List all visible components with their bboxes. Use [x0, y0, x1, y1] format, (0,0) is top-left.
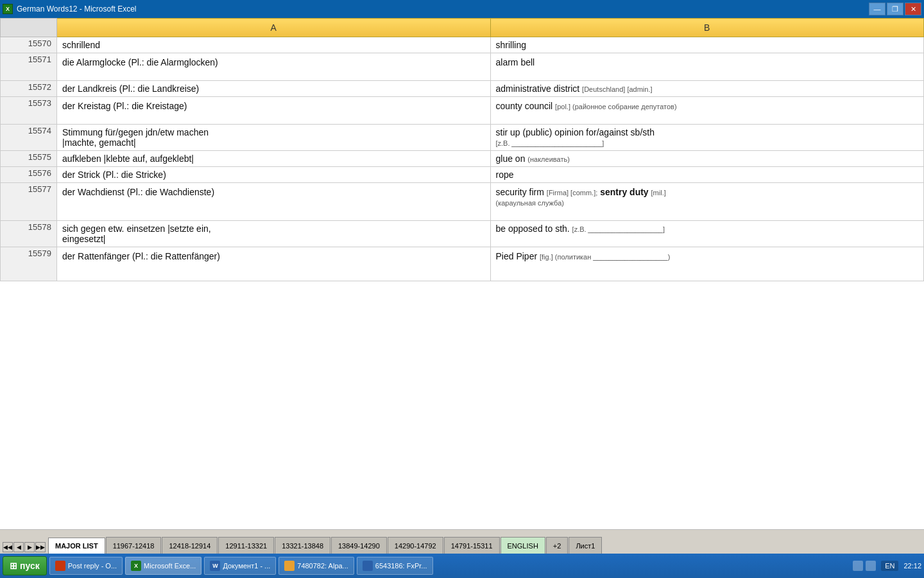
excel-icon: X [131, 561, 141, 571]
item-icon [284, 561, 295, 571]
cell-a[interactable]: der Kreistag (Pl.: die Kreistage) [57, 97, 491, 125]
tab-last-button[interactable]: ▶▶ [35, 542, 46, 552]
taskbar-item-7480[interactable]: 7480782: Alpa... [278, 557, 354, 575]
spreadsheet-area: A B 15570 schrillend shrilling 15571 die… [0, 18, 924, 529]
row-num-header [1, 19, 57, 37]
col-b-header[interactable]: B [490, 19, 924, 37]
sheet-tab-14290[interactable]: 14290-14792 [388, 537, 443, 554]
cell-a[interactable]: der Rattenfänger (Pl.: die Rattenfänger) [57, 247, 491, 281]
table-row: 15579 der Rattenfänger (Pl.: die Rattenf… [1, 247, 924, 281]
tab-next-button[interactable]: ▶ [24, 542, 35, 552]
clock: 22:12 [903, 562, 921, 570]
cell-a[interactable]: die Alarmglocke (Pl.: die Alarmglocken) [57, 53, 491, 81]
sheet-tab-12911[interactable]: 12911-13321 [218, 537, 274, 554]
cell-b[interactable]: county council [pol.] (районное собрание… [490, 97, 924, 125]
small-annotation: [z.В. ___________________] [572, 225, 665, 233]
col-a-header[interactable]: A [57, 19, 491, 37]
bold-text: sentry duty [600, 187, 648, 197]
taskbar-item-label: Документ1 - ... [223, 562, 270, 570]
table-row: 15578 sich gegen etw. einsetzen |setzte … [1, 221, 924, 247]
tab-prev-button[interactable]: ◀ [13, 542, 24, 552]
row-number: 15578 [1, 221, 57, 247]
cell-b[interactable]: be opposed to sth. [z.В. _______________… [490, 221, 924, 247]
cell-b[interactable]: glue on (наклеивать) [490, 151, 924, 167]
systray-icons [853, 561, 876, 571]
word-icon: W [210, 561, 220, 571]
sheet-tab-plus2[interactable]: +2 [546, 537, 569, 554]
taskbar-right: EN 22:12 [853, 561, 921, 571]
spreadsheet-table: A B 15570 schrillend shrilling 15571 die… [0, 18, 924, 281]
window-title: German Words12 - Microsoft Excel [17, 4, 137, 13]
taskbar: ⊞ пуск Post reply - O... X Microsoft Exc… [0, 554, 924, 578]
close-button[interactable]: ✕ [905, 3, 921, 15]
sheet-tab-12418[interactable]: 12418-12914 [162, 537, 218, 554]
restore-button[interactable]: ❐ [887, 3, 903, 15]
cell-a[interactable]: der Wachdienst (Pl.: die Wachdienste) [57, 183, 491, 221]
sheet-tab-major-list[interactable]: MAJOR LIST [48, 538, 105, 554]
window-controls: — ❐ ✕ [869, 3, 921, 15]
cell-b[interactable]: shrilling [490, 37, 924, 53]
systray-icon-2 [866, 561, 876, 571]
table-row: 15577 der Wachdienst (Pl.: die Wachdiens… [1, 183, 924, 221]
cell-a[interactable]: der Strick (Pl.: die Stricke) [57, 167, 491, 183]
taskbar-item-label: Microsoft Exce... [144, 562, 196, 570]
row-number: 15574 [1, 125, 57, 151]
row-number: 15570 [1, 37, 57, 53]
windows-logo: ⊞ [10, 561, 17, 571]
taskbar-item-label: 7480782: Alpa... [297, 562, 348, 570]
small-annotation: [Firma] [comm.]; [547, 189, 597, 197]
sheet-tab-14791[interactable]: 14791-15311 [444, 537, 500, 554]
small-annotation: [Deutschland] [admin.] [582, 85, 652, 93]
cell-a[interactable]: aufkleben |klebte auf, aufgeklebt| [57, 151, 491, 167]
table-row: 15570 schrillend shrilling [1, 37, 924, 53]
cell-a[interactable]: sich gegen etw. einsetzen |setzte ein,ei… [57, 221, 491, 247]
row-number: 15573 [1, 97, 57, 125]
cell-a[interactable]: der Landkreis (Pl.: die Landkreise) [57, 81, 491, 97]
taskbar-item-label: Post reply - O... [68, 562, 117, 570]
table-row: 15572 der Landkreis (Pl.: die Landkreise… [1, 81, 924, 97]
row-number: 15579 [1, 247, 57, 281]
row-number: 15571 [1, 53, 57, 81]
sheet-tab-english[interactable]: ENGLISH [501, 537, 545, 554]
item-icon [363, 561, 373, 571]
cell-b[interactable]: administrative district [Deutschland] [a… [490, 81, 924, 97]
cell-b[interactable]: alarm bell [490, 53, 924, 81]
row-number: 15575 [1, 151, 57, 167]
cell-a[interactable]: schrillend [57, 37, 491, 53]
taskbar-item-6543[interactable]: 6543186: FxPr... [357, 557, 433, 575]
cell-b[interactable]: Pied Piper [fig.] (политикан ___________… [490, 247, 924, 281]
small-annotation: [fig.] (политикан ___________________) [540, 253, 670, 261]
systray-icon-1 [853, 561, 863, 571]
sheet-tab-11967[interactable]: 11967-12418 [106, 537, 162, 554]
row-number: 15577 [1, 183, 57, 221]
app-icon: X [3, 4, 13, 14]
post-reply-icon [55, 561, 65, 571]
start-button[interactable]: ⊞ пуск [3, 556, 47, 575]
language-indicator[interactable]: EN [881, 561, 898, 571]
taskbar-item-label: 6543186: FxPr... [375, 562, 427, 570]
sheet-tab-list1[interactable]: Лист1 [569, 537, 602, 554]
small-annotation: [z.В. _______________________] [496, 139, 604, 147]
row-number: 15572 [1, 81, 57, 97]
cell-b[interactable]: security firm [Firma] [comm.]; sentry du… [490, 183, 924, 221]
small-annotation-2: (караульная служба) [496, 199, 564, 207]
table-row: 15576 der Strick (Pl.: die Stricke) rope [1, 167, 924, 183]
taskbar-item-excel[interactable]: X Microsoft Exce... [125, 557, 201, 575]
sheet-tabs-bar: ◀◀ ◀ ▶ ▶▶ MAJOR LIST 11967-12418 12418-1… [0, 529, 924, 554]
table-row: 15573 der Kreistag (Pl.: die Kreistage) … [1, 97, 924, 125]
taskbar-item-word[interactable]: W Документ1 - ... [204, 557, 276, 575]
cell-b[interactable]: stir up (public) opinion for/against sb/… [490, 125, 924, 151]
minimize-button[interactable]: — [869, 3, 886, 15]
tab-first-button[interactable]: ◀◀ [3, 542, 13, 552]
cell-a[interactable]: Stimmung für/gegen jdn/etw machen|machte… [57, 125, 491, 151]
cell-b[interactable]: rope [490, 167, 924, 183]
table-row: 15571 die Alarmglocke (Pl.: die Alarmglo… [1, 53, 924, 81]
start-label: пуск [20, 561, 40, 571]
small-annotation: [pol.] (районное собрание депутатов) [555, 103, 677, 110]
title-bar: X German Words12 - Microsoft Excel — ❐ ✕ [0, 0, 924, 18]
sheet-tab-13321[interactable]: 13321-13848 [275, 537, 330, 554]
tab-nav-buttons: ◀◀ ◀ ▶ ▶▶ [3, 542, 46, 552]
sheet-tab-13849[interactable]: 13849-14290 [331, 537, 387, 554]
taskbar-item-post-reply[interactable]: Post reply - O... [49, 557, 123, 575]
row-number: 15576 [1, 167, 57, 183]
